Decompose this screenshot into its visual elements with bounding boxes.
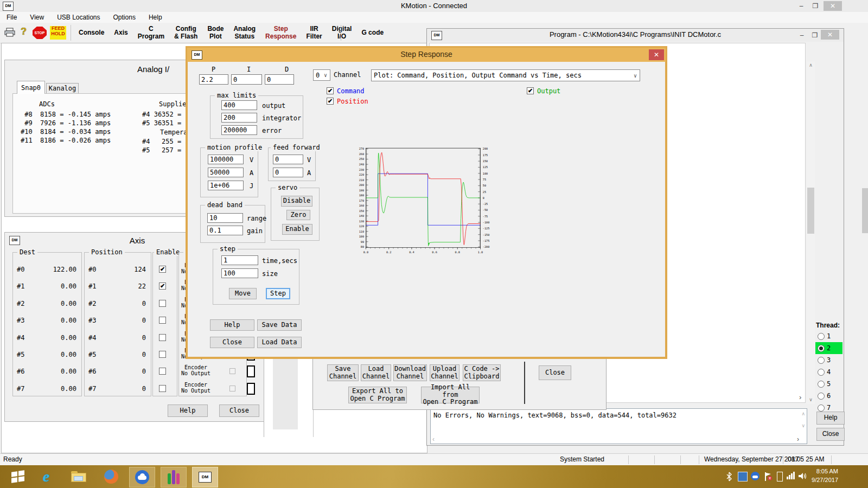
axis-mode-checkbox[interactable]: [229, 386, 235, 391]
thread-radio[interactable]: [818, 333, 825, 340]
p-input[interactable]: [199, 74, 228, 85]
ff-a-input[interactable]: [273, 168, 303, 177]
toolbar-step-response[interactable]: Step Response: [260, 25, 301, 40]
menu-item-usb-locations[interactable]: USB Locations: [50, 14, 106, 21]
save-data-button[interactable]: Save Data: [257, 319, 302, 331]
step-time-input[interactable]: [221, 255, 258, 265]
step-size-input[interactable]: [221, 268, 258, 278]
export-all-button[interactable]: Export All to Open C Program: [348, 387, 407, 403]
position-checkbox[interactable]: ✔: [327, 98, 334, 105]
axis-enable-checkbox[interactable]: [159, 351, 166, 358]
axis-enable-checkbox[interactable]: [159, 385, 166, 392]
d-input[interactable]: [265, 74, 294, 85]
tab-kanalog[interactable]: Kanalog: [46, 83, 79, 94]
ff-v-input[interactable]: [273, 155, 303, 164]
thread-radio[interactable]: [818, 381, 825, 388]
axis-enable-checkbox[interactable]: [159, 300, 166, 307]
menu-item-help[interactable]: Help: [142, 14, 169, 21]
load-data-button[interactable]: Load Data: [257, 337, 302, 348]
compiler-output-box[interactable]: No Errors, No Warnings, text=9068, bss=0…: [430, 408, 807, 444]
load-button[interactable]: Load Channel: [361, 364, 391, 381]
vscroll-thumb[interactable]: [807, 188, 814, 234]
program-close-button[interactable]: ✕: [821, 30, 839, 40]
toolbar-g-code[interactable]: G code: [356, 29, 388, 37]
scroll-down-icon[interactable]: ∨: [807, 396, 815, 404]
deadband-range-input[interactable]: [207, 213, 243, 223]
tray-cloud-icon[interactable]: [751, 472, 760, 480]
toolbar-config-flash[interactable]: Config & Flash: [169, 25, 202, 40]
channel-close-button[interactable]: Close: [539, 365, 571, 380]
max-integrator-input[interactable]: [221, 113, 257, 123]
plot-select[interactable]: Plot: Command, Position, Output Command …: [371, 69, 640, 81]
bluetooth-icon[interactable]: [725, 472, 733, 484]
max-output-input[interactable]: [221, 100, 257, 110]
tray-clock-date[interactable]: 9/27/2017: [807, 477, 838, 483]
tray-app-icon[interactable]: [738, 472, 748, 481]
toolbar-bode-plot[interactable]: Bode Plot: [202, 25, 228, 40]
step-button[interactable]: Step: [266, 288, 290, 299]
servo-disable-button[interactable]: Disable: [281, 196, 312, 207]
toolbar-iir-filter[interactable]: IIR Filter: [301, 25, 327, 40]
menu-item-view[interactable]: View: [23, 14, 50, 21]
thread-option-3[interactable]: 3: [815, 354, 843, 366]
output-scroll-down-icon[interactable]: ∨: [801, 423, 805, 428]
thread-radio[interactable]: [818, 369, 825, 376]
profile-v-input[interactable]: [208, 155, 244, 164]
axis-io-indicator[interactable]: [247, 383, 255, 395]
start-button[interactable]: [5, 467, 30, 486]
upload-button[interactable]: Upload Channel: [430, 364, 459, 381]
battery-icon[interactable]: [777, 472, 783, 481]
profile-j-input[interactable]: [208, 181, 244, 190]
output-scroll-right-icon[interactable]: ›: [797, 435, 799, 443]
thread-radio[interactable]: [818, 393, 825, 400]
feed-hold-button[interactable]: FEED HOLD: [50, 26, 66, 40]
tray-clock-time[interactable]: 8:05 AM: [811, 468, 838, 474]
editor-hscroll-right-icon[interactable]: ›: [799, 393, 801, 401]
main-close-button[interactable]: ✕: [824, 1, 842, 11]
program-maximize-button[interactable]: ❐: [809, 30, 821, 40]
program-close-button-2[interactable]: Close: [816, 428, 845, 441]
toolbar-analog-status[interactable]: Analog Status: [228, 25, 260, 40]
color-bars-app-icon[interactable]: [161, 467, 187, 487]
axis-help-button[interactable]: Help: [168, 404, 208, 417]
axis-io-indicator[interactable]: [247, 365, 255, 377]
download-button[interactable]: Download Channel: [393, 364, 427, 381]
toolbar-digital-i-o[interactable]: Digital I/O: [327, 25, 357, 40]
i-input[interactable]: [231, 74, 262, 85]
firefox-icon[interactable]: [99, 467, 124, 486]
thread-radio[interactable]: [818, 404, 825, 412]
toolbar-console[interactable]: Console: [74, 29, 109, 37]
internet-explorer-icon[interactable]: e: [34, 467, 59, 486]
c-code--button[interactable]: C Code -> Clipboard: [463, 364, 501, 381]
command-checkbox[interactable]: ✔: [327, 87, 334, 94]
toolbar-axis[interactable]: Axis: [109, 29, 132, 37]
file-explorer-icon[interactable]: [66, 467, 91, 486]
thread-option-1[interactable]: 1: [815, 330, 843, 342]
thread-option-4[interactable]: 4: [815, 366, 843, 378]
thread-option-2[interactable]: 2: [815, 342, 843, 354]
dialog-close-button-2[interactable]: Close: [210, 337, 254, 348]
print-icon[interactable]: [4, 28, 15, 37]
output-scroll-up-icon[interactable]: ∧: [801, 411, 805, 416]
editor-vscrollbar[interactable]: ∧ ∨: [807, 61, 815, 404]
kmotion-taskbar-button[interactable]: DM: [192, 467, 218, 487]
thread-option-5[interactable]: 5: [815, 378, 843, 390]
scroll-up-icon[interactable]: ∧: [807, 61, 815, 69]
max-error-input[interactable]: [221, 125, 257, 135]
deadband-gain-input[interactable]: [207, 226, 243, 235]
move-button[interactable]: Move: [229, 288, 257, 299]
profile-a-input[interactable]: [208, 168, 244, 177]
axis-close-button[interactable]: Close: [219, 404, 259, 417]
thread-radio[interactable]: [818, 345, 825, 352]
axis-enable-checkbox[interactable]: ✔: [159, 266, 166, 273]
import-all-button[interactable]: Import All from Open C Program: [421, 387, 480, 403]
program-help-button[interactable]: Help: [816, 412, 845, 425]
menu-item-options[interactable]: Options: [107, 14, 142, 21]
axis-mode-checkbox[interactable]: [229, 368, 235, 374]
tab-snap0[interactable]: Snap0: [17, 81, 45, 94]
axis-enable-checkbox[interactable]: ✔: [159, 282, 166, 290]
dialog-help-button[interactable]: Help: [210, 319, 254, 331]
axis-enable-checkbox[interactable]: [159, 368, 166, 375]
axis-enable-checkbox[interactable]: [159, 317, 166, 324]
volume-icon[interactable]: [797, 472, 807, 483]
